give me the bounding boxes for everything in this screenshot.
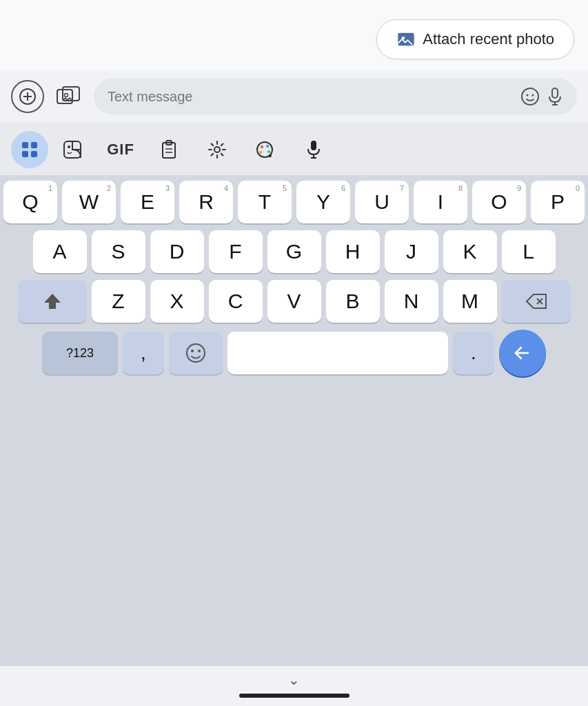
key-row-bottom: ?123 , . [3,330,585,376]
svg-point-9 [527,94,529,97]
attach-photo-button[interactable]: Attach recent photo [376,19,574,59]
key-U[interactable]: 7U [355,181,409,223]
key-N[interactable]: N [385,280,438,323]
key-M[interactable]: M [443,280,497,323]
svg-point-19 [68,145,70,148]
key-W[interactable]: 2W [62,181,116,223]
spacebar-key[interactable] [227,332,448,374]
svg-rect-11 [552,88,558,98]
svg-point-7 [65,94,68,97]
key-R[interactable]: 4R [179,181,233,223]
toolbar-gif-button[interactable]: GIF [97,131,145,168]
key-S[interactable]: S [92,230,145,273]
svg-point-10 [532,94,534,97]
key-T[interactable]: 5T [238,181,292,223]
emoji-icon [520,87,540,106]
text-message-input[interactable] [108,89,514,105]
shift-icon [43,292,62,311]
key-F[interactable]: F [209,230,263,273]
mic-button[interactable] [547,87,563,106]
clipboard-icon [160,139,178,160]
svg-point-36 [191,350,194,352]
key-row-1: 1Q 2W 3E 4R 5T 6Y 7U 8I 9O 0P [3,181,585,223]
key-row-3: Z X C V B N M [3,280,585,323]
shift-key[interactable] [18,280,87,323]
key-Y[interactable]: 6Y [296,181,350,223]
svg-point-35 [187,344,205,362]
enter-key[interactable] [499,330,546,376]
key-O[interactable]: 9O [472,181,526,223]
voice-microphone-icon [306,139,321,160]
key-P[interactable]: 0P [531,181,585,223]
key-Z[interactable]: Z [92,280,145,323]
backspace-icon [525,293,547,310]
svg-rect-30 [311,141,316,150]
period-key[interactable]: . [453,332,494,374]
chevron-down-icon[interactable]: ⌄ [288,672,300,688]
microphone-icon [547,87,563,106]
home-indicator [239,694,349,698]
key-C[interactable]: C [209,280,263,323]
key-E[interactable]: 3E [121,181,174,223]
svg-rect-14 [22,142,28,148]
add-attachment-button[interactable] [11,80,44,113]
svg-point-26 [261,145,263,148]
gif-label: GIF [107,141,134,159]
svg-rect-16 [22,151,28,157]
key-I[interactable]: 8I [414,181,467,223]
comma-key[interactable]: , [123,332,164,374]
keyboard-toolbar: GIF [0,123,588,175]
media-gallery-icon [56,85,82,108]
palette-icon [255,140,276,159]
media-button[interactable] [52,80,85,113]
svg-point-27 [266,145,269,148]
settings-gear-icon [207,140,227,159]
top-area: Attach recent photo [0,0,588,70]
key-row-2: A S D F G H J K L [3,230,585,273]
key-A[interactable]: A [33,230,87,273]
key-D[interactable]: D [150,230,204,273]
toolbar-clipboard-button[interactable] [145,131,193,168]
svg-point-28 [267,150,270,153]
plus-circle-icon [19,88,37,105]
keyboard-area: 1Q 2W 3E 4R 5T 6Y 7U 8I 9O 0P A S D F G … [0,175,588,666]
key-Q[interactable]: 1Q [3,181,57,223]
key-K[interactable]: K [443,230,497,273]
key-X[interactable]: X [150,280,204,323]
svg-rect-15 [31,142,37,148]
key-H[interactable]: H [326,230,380,273]
bottom-nav: ⌄ [0,666,588,706]
key-J[interactable]: J [385,230,438,273]
apps-icon [20,140,39,159]
key-G[interactable]: G [267,230,321,273]
emoji-button[interactable] [520,87,540,106]
emoji-keyboard-icon [185,342,207,364]
svg-rect-17 [31,151,37,157]
enter-icon [511,343,534,363]
key-V[interactable]: V [267,280,321,323]
toolbar-apps-button[interactable] [11,131,48,168]
attach-photo-label: Attach recent photo [423,30,554,48]
toolbar-voice-button[interactable] [290,131,338,168]
toolbar-settings-button[interactable] [193,131,241,168]
svg-point-24 [214,147,220,152]
backspace-key[interactable] [502,280,571,323]
key-L[interactable]: L [502,230,556,273]
text-message-container [94,79,577,114]
toolbar-sticker-button[interactable] [48,131,97,168]
photo-icon [396,30,416,49]
key-B[interactable]: B [326,280,380,323]
sticker-icon [62,139,83,160]
message-input-row [0,70,588,123]
svg-point-29 [259,151,262,154]
toolbar-theme-button[interactable] [241,131,290,168]
emoji-key[interactable] [169,332,223,374]
svg-point-8 [522,88,538,105]
numbers-key[interactable]: ?123 [42,332,118,374]
svg-point-37 [198,350,201,352]
